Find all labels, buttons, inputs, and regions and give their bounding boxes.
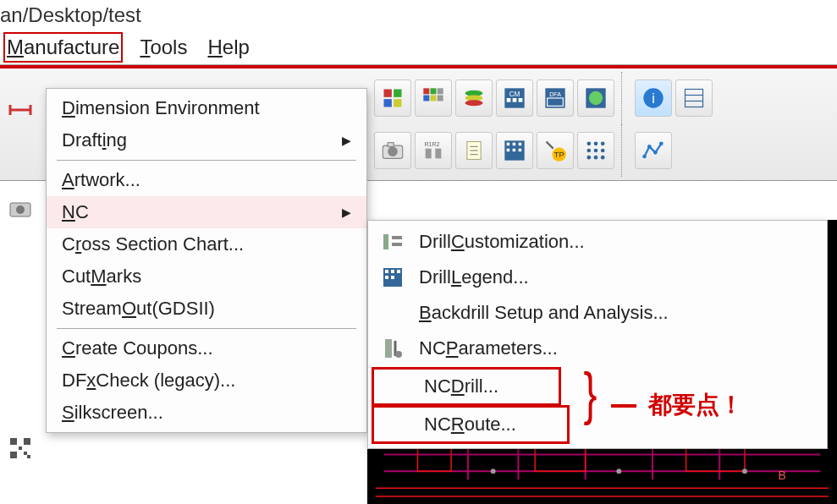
svg-rect-88	[385, 339, 392, 358]
toolbar-dots-icon[interactable]	[577, 132, 614, 169]
svg-rect-6	[423, 96, 429, 101]
menu-stream-out[interactable]: Stream Out(GDSII)	[47, 293, 366, 325]
annotation-brace: }	[583, 360, 597, 426]
toolbar-notes-icon[interactable]	[455, 132, 493, 169]
submenu-backdrill[interactable]: Backdrill Setup and Analysis...	[368, 295, 827, 331]
menu-dimension-environment[interactable]: Dimension Environment	[47, 92, 366, 124]
submenu-nc-route[interactable]: NC Route...	[373, 407, 568, 442]
submenu-drill-legend[interactable]: Drill Legend...	[368, 260, 827, 295]
svg-rect-79	[383, 234, 388, 249]
svg-rect-40	[513, 143, 516, 146]
svg-point-53	[587, 156, 592, 160]
svg-point-65	[616, 468, 621, 474]
toolbar-r1r2-icon[interactable]: R1R2	[415, 132, 452, 169]
svg-rect-25	[686, 90, 703, 107]
svg-rect-43	[513, 149, 516, 152]
svg-point-64	[491, 468, 496, 474]
svg-text:R1R2: R1R2	[425, 141, 440, 147]
svg-rect-17	[519, 98, 523, 102]
svg-rect-87	[391, 276, 394, 279]
svg-point-66	[742, 468, 747, 474]
svg-point-52	[601, 149, 605, 153]
svg-rect-8	[438, 88, 443, 94]
svg-point-22	[589, 91, 603, 105]
nc-submenu: Drill Customization... Drill Legend... B…	[367, 220, 828, 449]
menu-tools[interactable]: Tools	[140, 36, 187, 59]
side-icons	[5, 95, 42, 504]
menu-help[interactable]: Help	[207, 36, 249, 59]
svg-text:B: B	[779, 468, 786, 482]
svg-point-54	[594, 156, 598, 160]
svg-point-12	[465, 100, 483, 106]
svg-rect-2	[384, 99, 392, 107]
toolbar-layers-icon[interactable]	[455, 79, 493, 117]
svg-rect-86	[385, 276, 388, 279]
svg-rect-73	[10, 438, 17, 445]
svg-rect-77	[24, 452, 27, 455]
svg-rect-7	[431, 96, 437, 101]
svg-point-29	[388, 146, 398, 156]
svg-point-89	[395, 351, 402, 358]
submenu-nc-drill[interactable]: NC Drill...	[373, 369, 559, 404]
menu-cut-marks[interactable]: Cut Marks	[47, 260, 366, 293]
svg-text:TP: TP	[554, 151, 564, 159]
menu-manufacture[interactable]: Manufacture	[7, 36, 119, 59]
toolbar-info-icon[interactable]: i	[635, 79, 672, 117]
nc-params-icon	[378, 336, 407, 361]
svg-rect-80	[392, 236, 402, 239]
annotation-dash	[611, 404, 636, 408]
svg-rect-81	[392, 243, 402, 246]
svg-rect-39	[507, 143, 510, 146]
menu-cross-section-chart[interactable]: Cross Section Chart...	[47, 228, 366, 260]
svg-point-51	[594, 149, 598, 153]
dimension-icon	[5, 95, 36, 125]
toolbar-grid-icon[interactable]	[496, 132, 533, 169]
toolbar-button-1[interactable]	[374, 79, 411, 117]
menu-separator	[57, 160, 356, 161]
svg-rect-75	[10, 452, 17, 458]
svg-point-47	[587, 142, 592, 146]
submenu-nc-parameters[interactable]: NC Parameters...	[368, 331, 827, 366]
toolbar-cm-icon[interactable]: CM	[496, 79, 533, 117]
svg-rect-5	[431, 88, 437, 94]
menu-manufacture-rest: anufacture	[24, 36, 119, 58]
svg-rect-78	[27, 455, 30, 458]
annotation-text: 都要点！	[648, 389, 743, 421]
svg-rect-4	[423, 88, 429, 94]
svg-point-50	[587, 149, 592, 153]
svg-rect-32	[426, 149, 432, 159]
camera-small-icon	[5, 193, 36, 223]
svg-rect-0	[384, 90, 392, 97]
menu-silkscreen[interactable]: Silkscreen...	[47, 397, 366, 429]
toolbar-globe-icon[interactable]	[577, 79, 614, 117]
window-title-path: an/Desktop/test	[0, 0, 837, 34]
submenu-drill-customization[interactable]: Drill Customization...	[368, 224, 827, 260]
svg-rect-44	[519, 149, 522, 152]
toolbar-graph-icon[interactable]	[635, 132, 672, 169]
svg-rect-83	[385, 270, 388, 273]
menubar: Manufacture Tools Help	[0, 34, 837, 65]
toolbar-dfa-icon[interactable]: DFA	[537, 79, 574, 117]
menu-create-coupons[interactable]: Create Coupons...	[47, 332, 366, 364]
svg-rect-42	[507, 149, 510, 152]
manufacture-dropdown: Dimension Environment Drafting▶ Artwork.…	[46, 88, 367, 433]
menu-dfx-check[interactable]: DFx Check (legacy)...	[47, 364, 366, 397]
menu-drafting[interactable]: Drafting▶	[47, 124, 366, 156]
svg-rect-41	[519, 143, 522, 146]
menu-artwork[interactable]: Artwork...	[47, 164, 366, 196]
svg-rect-85	[397, 270, 400, 273]
menu-nc[interactable]: NC▶	[47, 196, 366, 228]
svg-rect-84	[391, 270, 394, 273]
svg-text:i: i	[652, 90, 655, 106]
drill-legend-icon	[378, 265, 407, 290]
toolbar-button-9[interactable]	[675, 79, 713, 117]
svg-rect-15	[507, 98, 511, 102]
svg-rect-16	[513, 98, 517, 102]
toolbar-camera-icon[interactable]	[374, 132, 411, 169]
svg-text:DFA: DFA	[549, 91, 561, 97]
toolbar-testpoint-icon[interactable]: TP	[537, 132, 574, 169]
svg-rect-76	[19, 446, 22, 450]
svg-text:CM: CM	[509, 90, 520, 98]
svg-point-57	[647, 145, 652, 149]
toolbar-button-2[interactable]	[415, 79, 452, 117]
